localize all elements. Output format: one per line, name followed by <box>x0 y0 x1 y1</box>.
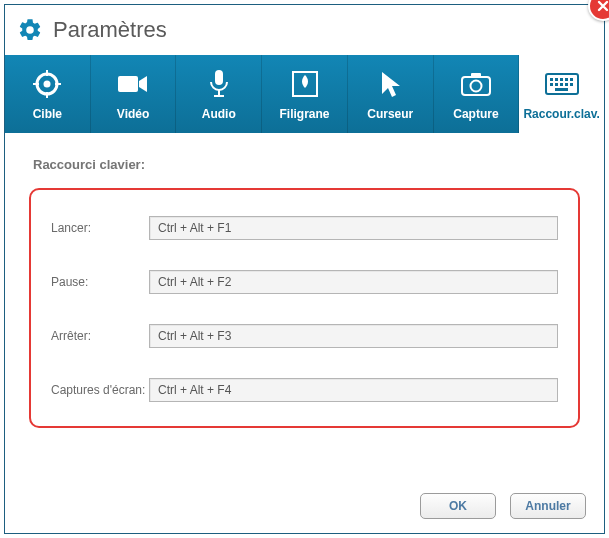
svg-point-7 <box>470 81 481 92</box>
shortcut-input-lancer[interactable] <box>149 216 558 240</box>
tab-raccourci-clavier[interactable]: Raccour.clav. <box>519 55 604 133</box>
svg-rect-9 <box>550 78 553 81</box>
tab-label: Raccour.clav. <box>523 107 600 121</box>
svg-rect-13 <box>570 78 573 81</box>
svg-point-1 <box>44 81 51 88</box>
tab-label: Vidéo <box>117 107 149 121</box>
svg-rect-16 <box>560 83 563 86</box>
tab-cible[interactable]: Cible <box>5 55 91 133</box>
svg-rect-14 <box>550 83 553 86</box>
tab-label: Capture <box>453 107 498 121</box>
tab-audio[interactable]: Audio <box>176 55 262 133</box>
svg-rect-10 <box>555 78 558 81</box>
svg-rect-3 <box>215 70 223 85</box>
close-icon <box>596 0 609 13</box>
field-label: Pause: <box>51 275 149 289</box>
tab-label: Curseur <box>367 107 413 121</box>
tab-capture[interactable]: Capture <box>434 55 520 133</box>
row-pause: Pause: <box>51 270 558 294</box>
row-arreter: Arrêter: <box>51 324 558 348</box>
field-label: Captures d'écran: <box>51 383 149 397</box>
target-icon <box>33 67 61 101</box>
tab-filigrane[interactable]: Filigrane <box>262 55 348 133</box>
titlebar: Paramètres <box>5 5 604 55</box>
close-button[interactable] <box>588 0 609 21</box>
content-pane: Raccourci clavier: Lancer: Pause: Arrête… <box>5 133 604 492</box>
svg-rect-11 <box>560 78 563 81</box>
svg-rect-15 <box>555 83 558 86</box>
gear-icon <box>17 17 43 43</box>
mic-icon <box>208 67 230 101</box>
tab-video[interactable]: Vidéo <box>91 55 177 133</box>
tab-label: Cible <box>33 107 62 121</box>
svg-rect-19 <box>555 88 568 91</box>
cancel-button[interactable]: Annuler <box>510 493 586 519</box>
svg-rect-2 <box>118 76 138 92</box>
window-title: Paramètres <box>53 17 167 43</box>
svg-rect-18 <box>570 83 573 86</box>
shortcut-input-captures[interactable] <box>149 378 558 402</box>
camera-icon <box>461 67 491 101</box>
svg-rect-6 <box>471 73 481 78</box>
highlight-box: Lancer: Pause: Arrêter: Captures d'écran… <box>29 188 580 428</box>
row-captures: Captures d'écran: <box>51 378 558 402</box>
cursor-icon <box>379 67 401 101</box>
tab-curseur[interactable]: Curseur <box>348 55 434 133</box>
keyboard-icon <box>545 67 579 101</box>
svg-rect-12 <box>565 78 568 81</box>
svg-rect-17 <box>565 83 568 86</box>
tab-label: Filigrane <box>280 107 330 121</box>
tab-bar: Cible Vidéo Audio Filigrane Curseur <box>5 55 604 133</box>
video-icon <box>118 67 148 101</box>
shortcut-input-arreter[interactable] <box>149 324 558 348</box>
watermark-icon <box>291 67 319 101</box>
tab-label: Audio <box>202 107 236 121</box>
settings-window: Paramètres Cible Vidéo Audio <box>4 4 605 534</box>
footer-buttons: OK Annuler <box>420 493 586 519</box>
ok-button[interactable]: OK <box>420 493 496 519</box>
row-lancer: Lancer: <box>51 216 558 240</box>
field-label: Arrêter: <box>51 329 149 343</box>
section-title: Raccourci clavier: <box>33 157 580 172</box>
field-label: Lancer: <box>51 221 149 235</box>
shortcut-input-pause[interactable] <box>149 270 558 294</box>
